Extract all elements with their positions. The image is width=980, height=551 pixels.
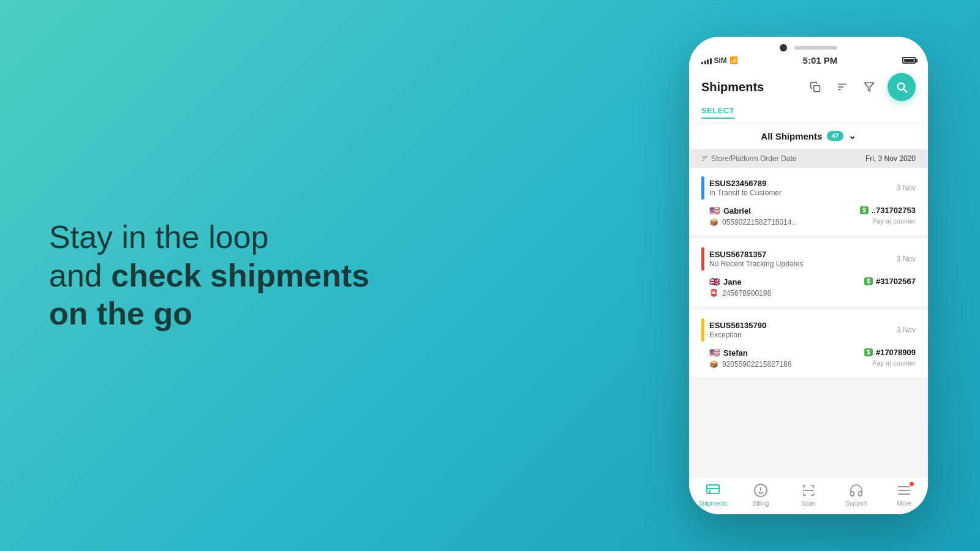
- status-left: SIM 📶: [701, 56, 738, 65]
- order-info: $ ..731702753 Pay at counter: [860, 206, 916, 225]
- tagline: Stay in the loop and check shipments on …: [49, 218, 447, 332]
- carrier-icon: 📦: [709, 218, 718, 227]
- shipment-id-area: ESUS56781357 No Recent Tracking Updates: [701, 247, 803, 271]
- flag-icon: 🇺🇸: [709, 206, 720, 216]
- notification-dot: [909, 481, 914, 487]
- shipment-status: Exception: [709, 331, 766, 339]
- select-button[interactable]: SELECT: [701, 106, 734, 119]
- shipment-card[interactable]: ESUS23456789 In Transit to Customer 3 No…: [689, 168, 928, 235]
- tracking-info: 📮 245678900198: [709, 289, 771, 298]
- shipments-icon: [705, 482, 721, 498]
- filter-label[interactable]: All Shipments 47 ⌄: [761, 130, 856, 141]
- header-icons: [807, 73, 916, 101]
- order-id: $ #17078909: [864, 348, 916, 357]
- customer-name: 🇺🇸 Gabriel: [709, 206, 796, 216]
- carrier-icon: 📦: [709, 360, 718, 369]
- date-header: Store/Platform Order Date Fri, 3 Nov 202…: [689, 149, 928, 168]
- shipment-row2: 🇺🇸 Gabriel 📦 05590221582718014.. $ ..731…: [701, 206, 916, 227]
- order-id: $ #31702567: [864, 277, 916, 286]
- date-value: Fri, 3 Nov 2020: [865, 154, 916, 163]
- shipment-id: ESUS56135790: [709, 321, 766, 330]
- filter-dropdown[interactable]: All Shipments 47 ⌄: [689, 123, 928, 149]
- copy-icon[interactable]: [807, 78, 824, 96]
- scan-icon: [801, 482, 816, 498]
- signal-bar-2: [704, 61, 706, 64]
- date-sort-label: Store/Platform Order Date: [701, 154, 796, 163]
- shipment-date: 3 Nov: [897, 255, 916, 263]
- battery-fill: [904, 59, 914, 62]
- customer-info: 🇺🇸 Stefan 📦 92055902215827186: [709, 348, 791, 369]
- wifi-icon: 📶: [729, 56, 738, 64]
- shipment-row1: ESUS23456789 In Transit to Customer 3 No…: [701, 176, 916, 200]
- shipment-id-area: ESUS56135790 Exception: [701, 318, 766, 342]
- signal-bar-1: [701, 62, 703, 64]
- sort-icon[interactable]: [834, 78, 851, 96]
- signal-bar-4: [710, 58, 712, 64]
- shipment-row2: 🇬🇧 Jane 📮 245678900198 $ #31702567: [701, 277, 916, 298]
- svg-rect-0: [814, 86, 820, 92]
- svg-marker-4: [865, 83, 874, 91]
- carrier-label: SIM: [714, 56, 727, 65]
- phone-wrapper: SIM 📶 5:01 PM Shipments: [686, 37, 931, 514]
- more-icon: [896, 482, 912, 498]
- nav-label-scan: Scan: [802, 500, 816, 507]
- order-info: $ #31702567: [864, 277, 916, 286]
- nav-item-scan[interactable]: Scan: [785, 482, 832, 507]
- app-header: Shipments: [689, 68, 928, 123]
- nav-label-billing: Billing: [753, 500, 769, 507]
- status-time: 5:01 PM: [803, 55, 838, 66]
- tracking-info: 📦 05590221582718014..: [709, 218, 796, 227]
- payment-status: Pay at counter: [872, 359, 916, 367]
- shipments-list: Store/Platform Order Date Fri, 3 Nov 202…: [689, 149, 928, 477]
- status-indicator: [701, 247, 704, 271]
- customer-info: 🇬🇧 Jane 📮 245678900198: [709, 277, 771, 298]
- order-badge: $: [864, 277, 873, 285]
- payment-status: Pay at counter: [872, 217, 916, 225]
- shipment-status: In Transit to Customer: [709, 189, 782, 197]
- signal-bar-3: [707, 59, 709, 64]
- shipment-row2: 🇺🇸 Stefan 📦 92055902215827186 $ #1707890…: [701, 348, 916, 369]
- shipment-status: No Recent Tracking Updates: [709, 260, 803, 268]
- support-icon: [848, 482, 864, 498]
- sort-small-icon: [701, 155, 709, 162]
- chevron-down-icon: ⌄: [848, 130, 856, 141]
- nav-label-more: More: [897, 500, 911, 507]
- customer-name: 🇬🇧 Jane: [709, 277, 771, 287]
- phone: SIM 📶 5:01 PM Shipments: [689, 37, 928, 514]
- filter-badge: 47: [827, 131, 843, 141]
- flag-icon: 🇬🇧: [709, 277, 720, 287]
- order-badge: $: [860, 206, 869, 214]
- customer-info: 🇺🇸 Gabriel 📦 05590221582718014..: [709, 206, 796, 227]
- shipment-card[interactable]: ESUS56781357 No Recent Tracking Updates …: [689, 239, 928, 306]
- order-info: $ #17078909 Pay at counter: [864, 348, 916, 367]
- nav-item-shipments[interactable]: Shipments: [689, 482, 737, 507]
- order-id: $ ..731702753: [860, 206, 916, 215]
- billing-icon: [753, 482, 769, 498]
- tracking-info: 📦 92055902215827186: [709, 360, 791, 369]
- search-fab-button[interactable]: [888, 73, 916, 101]
- header-top: Shipments: [701, 73, 916, 101]
- bottom-nav: Shipments Billing: [689, 477, 928, 514]
- nav-item-more[interactable]: More: [880, 482, 928, 507]
- status-bar: SIM 📶 5:01 PM: [689, 54, 928, 68]
- page-title: Shipments: [701, 80, 764, 94]
- shipment-id: ESUS56781357: [709, 250, 803, 259]
- filter-icon[interactable]: [861, 78, 878, 96]
- shipment-row1: ESUS56781357 No Recent Tracking Updates …: [701, 247, 916, 271]
- nav-label-support: Support: [845, 500, 867, 507]
- shipment-id: ESUS23456789: [709, 179, 782, 188]
- phone-notch: [689, 37, 928, 54]
- flag-icon: 🇺🇸: [709, 348, 720, 358]
- battery-icon: [902, 57, 916, 64]
- signal-bars: [701, 57, 712, 64]
- shipment-date: 3 Nov: [897, 326, 916, 334]
- carrier-icon: 📮: [709, 289, 718, 298]
- order-badge: $: [864, 348, 873, 356]
- customer-name: 🇺🇸 Stefan: [709, 348, 791, 358]
- nav-item-billing[interactable]: Billing: [737, 482, 785, 507]
- shipment-id-area: ESUS23456789 In Transit to Customer: [701, 176, 782, 200]
- camera-dot: [780, 44, 787, 51]
- shipment-card[interactable]: ESUS56135790 Exception 3 Nov 🇺🇸 Stefan �: [689, 310, 928, 377]
- nav-item-support[interactable]: Support: [832, 482, 880, 507]
- nav-label-shipments: Shipments: [698, 500, 727, 507]
